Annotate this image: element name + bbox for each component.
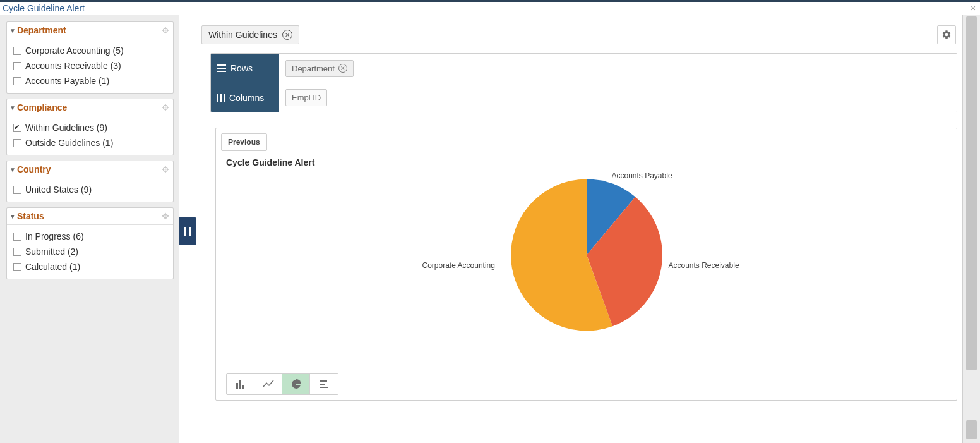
facet-checkbox[interactable]	[13, 186, 21, 194]
rows-dropzone[interactable]: Department✕	[279, 54, 957, 83]
svg-rect-7	[224, 94, 225, 102]
move-handle-icon[interactable]: ✥	[162, 102, 169, 112]
facet-panel: ▼Compliance✥Within Guidelines (9)Outside…	[6, 99, 174, 155]
columns-label-text: Columns	[229, 93, 264, 103]
previous-button[interactable]: Previous	[221, 133, 267, 151]
facet-header[interactable]: ▼Department✥	[7, 22, 173, 39]
pie-chart	[511, 179, 662, 333]
columns-icon	[217, 94, 225, 102]
facet-panel: ▼Status✥In Progress (6)Submitted (2)Calc…	[6, 207, 174, 279]
move-handle-icon[interactable]: ✥	[162, 25, 169, 35]
facet-checkbox[interactable]	[13, 263, 21, 271]
facet-title: Department	[17, 25, 66, 35]
pie-chart-icon	[291, 379, 301, 389]
line-chart-button[interactable]	[254, 374, 282, 394]
facet-checkbox[interactable]	[13, 248, 21, 256]
chart-title: Cycle Guideline Alert	[226, 157, 949, 167]
facet-header[interactable]: ▼Country✥	[7, 161, 173, 178]
facet-item-label: United States (9)	[25, 185, 92, 195]
active-filter-chip[interactable]: Within Guidelines ✕	[201, 25, 299, 44]
line-chart-icon	[263, 379, 274, 389]
svg-rect-8	[236, 383, 238, 389]
facet-header[interactable]: ▼Compliance✥	[7, 99, 173, 116]
filter-sidebar: ▼Department✥Corporate Accounting (5)Acco…	[0, 15, 179, 443]
move-handle-icon[interactable]: ✥	[162, 211, 169, 221]
dimension-pill[interactable]: Empl ID	[285, 89, 327, 106]
facet-item[interactable]: Outside Guidelines (1)	[12, 135, 168, 150]
facet-title: Country	[17, 164, 51, 174]
facet-checkbox[interactable]	[13, 233, 21, 241]
close-icon[interactable]: ×	[969, 4, 977, 13]
facet-item-label: Submitted (2)	[25, 246, 78, 257]
facet-checkbox[interactable]	[13, 77, 21, 85]
move-handle-icon[interactable]: ✥	[162, 164, 169, 174]
facet-panel: ▼Department✥Corporate Accounting (5)Acco…	[6, 21, 174, 94]
svg-rect-5	[217, 94, 218, 102]
facet-title: Compliance	[17, 102, 67, 112]
facet-checkbox[interactable]	[13, 139, 21, 147]
svg-rect-11	[320, 380, 327, 382]
pivot-config-block: Rows Department✕ Columns Empl ID	[210, 53, 957, 112]
scrollbar-thumb[interactable]	[966, 16, 977, 370]
rows-icon	[217, 64, 226, 72]
bar-chart-button[interactable]	[227, 374, 254, 394]
facet-item[interactable]: Accounts Receivable (3)	[12, 58, 168, 73]
svg-rect-4	[217, 71, 226, 72]
facet-checkbox[interactable]	[13, 124, 21, 132]
columns-dropzone[interactable]: Empl ID	[279, 83, 957, 112]
pie-slice-label: Corporate Accounting	[422, 261, 495, 270]
svg-rect-9	[239, 380, 241, 389]
facet-item[interactable]: United States (9)	[12, 182, 168, 197]
remove-pill-icon[interactable]: ✕	[338, 64, 347, 73]
facet-item[interactable]: Submitted (2)	[12, 244, 168, 259]
svg-rect-10	[242, 385, 244, 389]
pie-slice-label: Accounts Payable	[612, 171, 672, 180]
facet-item[interactable]: Accounts Payable (1)	[12, 73, 168, 88]
facet-item-label: Accounts Payable (1)	[25, 76, 109, 86]
horizontal-bar-icon	[319, 379, 329, 389]
window-title: Cycle Guideline Alert	[3, 3, 85, 13]
bar-chart-icon	[236, 379, 246, 389]
scrollbar-track[interactable]	[962, 15, 980, 443]
facet-item[interactable]: Within Guidelines (9)	[12, 120, 168, 135]
facet-item-label: Outside Guidelines (1)	[25, 138, 113, 148]
collapse-sidebar-button[interactable]	[179, 217, 196, 245]
remove-filter-icon[interactable]: ✕	[282, 30, 292, 40]
rows-label-cell: Rows	[211, 54, 279, 83]
columns-label-cell: Columns	[211, 83, 279, 112]
svg-rect-3	[217, 68, 226, 69]
pie-slice-label: Accounts Receivable	[669, 261, 739, 270]
facet-item[interactable]: In Progress (6)	[12, 229, 168, 244]
chevron-down-icon: ▼	[9, 27, 16, 34]
dimension-pill-label: Empl ID	[292, 93, 321, 102]
chevron-down-icon: ▼	[9, 166, 16, 173]
main-content: Within Guidelines ✕ Rows Department✕	[196, 15, 980, 443]
facet-item[interactable]: Corporate Accounting (5)	[12, 43, 168, 58]
chevron-down-icon: ▼	[9, 213, 16, 220]
svg-rect-0	[184, 227, 186, 236]
dimension-pill-label: Department	[292, 64, 335, 73]
facet-header[interactable]: ▼Status✥	[7, 208, 173, 225]
svg-rect-1	[189, 227, 191, 236]
facet-checkbox[interactable]	[13, 47, 21, 55]
horizontal-bar-button[interactable]	[310, 374, 338, 394]
chart-area: Corporate Accounting Accounts Receivable…	[221, 174, 952, 363]
facet-item-label: Corporate Accounting (5)	[25, 46, 124, 56]
gear-icon	[941, 30, 952, 40]
chart-card: Previous Cycle Guideline Alert Corporate…	[215, 128, 957, 401]
svg-rect-12	[320, 384, 325, 385]
window-titlebar: Cycle Guideline Alert ×	[0, 0, 980, 15]
settings-button[interactable]	[937, 25, 956, 44]
svg-rect-2	[217, 64, 226, 66]
svg-rect-13	[320, 387, 328, 388]
facet-checkbox[interactable]	[13, 62, 21, 70]
facet-item-label: Accounts Receivable (3)	[25, 61, 121, 71]
svg-rect-6	[220, 94, 222, 102]
pie-chart-button[interactable]	[282, 374, 310, 394]
scrollbar-thumb[interactable]	[966, 420, 977, 439]
facet-item-label: Within Guidelines (9)	[25, 123, 107, 133]
facet-item[interactable]: Calculated (1)	[12, 259, 168, 274]
dimension-pill[interactable]: Department✕	[285, 60, 354, 77]
facet-panel: ▼Country✥United States (9)	[6, 161, 174, 202]
chevron-down-icon: ▼	[9, 104, 16, 111]
